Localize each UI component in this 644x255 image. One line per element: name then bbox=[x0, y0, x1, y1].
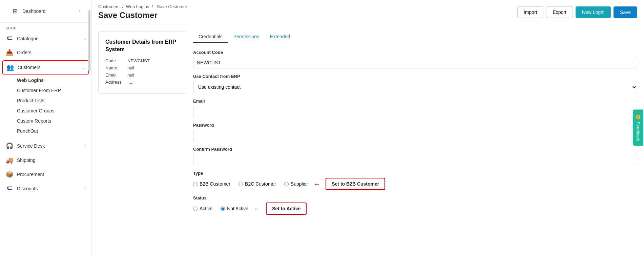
feedback-tab[interactable]: 😊 Feedback bbox=[633, 109, 643, 146]
breadcrumb-sep-2: / bbox=[152, 4, 154, 9]
tabs: Credentials Permissions Extended bbox=[193, 31, 637, 43]
detail-row-address: Address ,,,,, bbox=[105, 80, 179, 85]
sidebar-item-dashboard[interactable]: ⊞ Dashboard › bbox=[5, 4, 86, 18]
customer-details-heading: Customer Details from ERP System bbox=[105, 38, 179, 54]
sidebar-section-shop: SHOP bbox=[0, 23, 91, 31]
sidebar-item-orders[interactable]: 📥 Orders bbox=[0, 45, 91, 60]
detail-row-name: Name null bbox=[105, 65, 179, 70]
save-button[interactable]: Save bbox=[614, 6, 637, 18]
status-radio-active[interactable]: Active bbox=[193, 206, 212, 211]
form-group-use-contact: Use Contact from ERP Use existing contac… bbox=[193, 74, 637, 93]
detail-value-code: NEWCUST bbox=[127, 58, 150, 63]
type-radio-b2c-input[interactable] bbox=[238, 182, 243, 186]
sidebar-item-catalogue[interactable]: 🏷 Catalogue › bbox=[0, 31, 91, 45]
topbar-buttons: Import Export New Login Save bbox=[517, 6, 637, 18]
sidebar-item-label: Procurement bbox=[17, 172, 86, 177]
page-title: Save Customer bbox=[98, 10, 189, 20]
chevron-right-icon: › bbox=[84, 144, 86, 148]
use-contact-select[interactable]: Use existing contact Create new contact bbox=[193, 81, 637, 93]
breadcrumb-web-logins[interactable]: Web Logins bbox=[126, 4, 149, 9]
password-input[interactable] bbox=[193, 130, 637, 141]
status-radio-not-active[interactable]: Not Active bbox=[221, 206, 248, 211]
breadcrumb-current: Save Customer bbox=[157, 4, 187, 9]
status-label: Status bbox=[193, 195, 637, 200]
detail-label-name: Name bbox=[105, 65, 124, 70]
chevron-right-icon: › bbox=[84, 36, 86, 41]
import-button[interactable]: Import bbox=[517, 6, 544, 18]
detail-row-email: Email null bbox=[105, 72, 179, 78]
detail-label-email: Email bbox=[105, 72, 124, 78]
type-radio-b2c[interactable]: B2C Customer bbox=[238, 181, 276, 187]
account-code-label: Account Code bbox=[193, 50, 637, 55]
form-group-status: Status Active Not Active ← Set to Activ bbox=[193, 195, 637, 215]
type-radio-b2b-label: B2B Customer bbox=[200, 181, 230, 187]
sidebar-sub-customer-groups[interactable]: Customer Groups bbox=[0, 106, 91, 116]
email-input[interactable] bbox=[193, 106, 637, 117]
sidebar-item-label: Customers bbox=[18, 65, 78, 70]
main-content: Customers / Web Logins / Save Customer S… bbox=[91, 0, 644, 255]
breadcrumb-customers[interactable]: Customers bbox=[98, 4, 120, 9]
detail-label-address: Address bbox=[105, 80, 124, 85]
form-group-password: Password bbox=[193, 123, 637, 141]
form-group-email: Email bbox=[193, 99, 637, 117]
sidebar-sub-web-logins[interactable]: Web Logins bbox=[0, 75, 91, 85]
detail-label-code: Code bbox=[105, 58, 124, 63]
sidebar-item-procurement[interactable]: 📦 Procurement bbox=[0, 167, 91, 182]
sidebar-item-discounts[interactable]: 🏷 Discounts › bbox=[0, 182, 91, 195]
email-label: Email bbox=[193, 99, 637, 104]
breadcrumb-sep-1: / bbox=[122, 4, 124, 9]
sidebar-sub-product-lists[interactable]: Product Lists bbox=[0, 95, 91, 106]
status-radio-not-active-input[interactable] bbox=[221, 207, 225, 211]
detail-value-email: null bbox=[127, 72, 134, 78]
chevron-down-icon: ⌄ bbox=[82, 65, 85, 70]
status-radio-not-active-label: Not Active bbox=[227, 206, 248, 211]
title-area: Customers / Web Logins / Save Customer S… bbox=[98, 4, 189, 20]
sidebar-scrollbar[interactable] bbox=[88, 10, 90, 71]
annotation-arrow-active: ← bbox=[254, 205, 261, 213]
sidebar-sub-punchout[interactable]: PunchOut bbox=[0, 126, 91, 136]
annotation-box-b2b: Set to B2B Customer bbox=[326, 178, 385, 190]
status-radio-group: Active Not Active bbox=[193, 206, 248, 211]
procurement-icon: 📦 bbox=[5, 171, 14, 178]
sidebar-item-shipping[interactable]: 🚚 Shipping bbox=[0, 153, 91, 167]
type-label: Type bbox=[193, 171, 637, 176]
sidebar-item-label: Service Desk bbox=[17, 143, 81, 149]
tab-permissions[interactable]: Permissions bbox=[228, 31, 265, 43]
type-annotation-wrapper: B2B Customer B2C Customer Supplier ← Set… bbox=[193, 178, 637, 190]
form-group-type: Type B2B Customer B2C Customer bbox=[193, 171, 637, 190]
sidebar-item-label: Dashboard bbox=[22, 8, 76, 14]
detail-value-name: null bbox=[127, 65, 134, 70]
chevron-right-icon: › bbox=[84, 186, 86, 191]
type-radio-supplier-input[interactable] bbox=[284, 182, 289, 186]
tab-extended[interactable]: Extended bbox=[265, 31, 295, 43]
sidebar-item-label: Shipping bbox=[17, 157, 86, 163]
content-area: Customer Details from ERP System Code NE… bbox=[91, 24, 644, 255]
type-radio-supplier-label: Supplier bbox=[291, 181, 308, 187]
type-radio-supplier[interactable]: Supplier bbox=[284, 181, 308, 187]
sidebar-item-label: Catalogue bbox=[17, 36, 81, 41]
sidebar-item-label: Discounts bbox=[17, 186, 81, 191]
detail-row-code: Code NEWCUST bbox=[105, 58, 179, 63]
use-contact-label: Use Contact from ERP bbox=[193, 74, 637, 79]
export-button[interactable]: Export bbox=[546, 6, 573, 18]
sidebar-item-service-desk[interactable]: 🎧 Service Desk › bbox=[0, 139, 91, 153]
status-radio-active-label: Active bbox=[200, 206, 212, 211]
status-annotation-wrapper: Active Not Active ← Set to Active bbox=[193, 203, 637, 215]
account-code-input[interactable] bbox=[193, 57, 637, 68]
sidebar-sub-custom-reports[interactable]: Custom Reports bbox=[0, 116, 91, 126]
status-radio-active-input[interactable] bbox=[193, 207, 198, 211]
tab-credentials[interactable]: Credentials bbox=[193, 31, 228, 43]
sidebar: ⊞ Dashboard › SHOP 🏷 Catalogue › 📥 Order… bbox=[0, 0, 91, 255]
form-area: Credentials Permissions Extended Account… bbox=[193, 31, 637, 248]
shipping-icon: 🚚 bbox=[5, 156, 14, 164]
type-radio-b2b[interactable]: B2B Customer bbox=[193, 181, 230, 187]
new-login-button[interactable]: New Login bbox=[576, 6, 611, 18]
sidebar-sub-customer-from-erp[interactable]: Customer From ERP bbox=[0, 85, 91, 95]
orders-icon: 📥 bbox=[5, 49, 14, 56]
sidebar-item-customers[interactable]: 👥 Customers ⌄ bbox=[2, 60, 89, 75]
customers-icon: 👥 bbox=[6, 64, 14, 71]
confirm-password-input[interactable] bbox=[193, 154, 637, 165]
type-radio-b2b-input[interactable] bbox=[193, 182, 198, 186]
password-label: Password bbox=[193, 123, 637, 128]
dashboard-icon: ⊞ bbox=[11, 7, 19, 15]
